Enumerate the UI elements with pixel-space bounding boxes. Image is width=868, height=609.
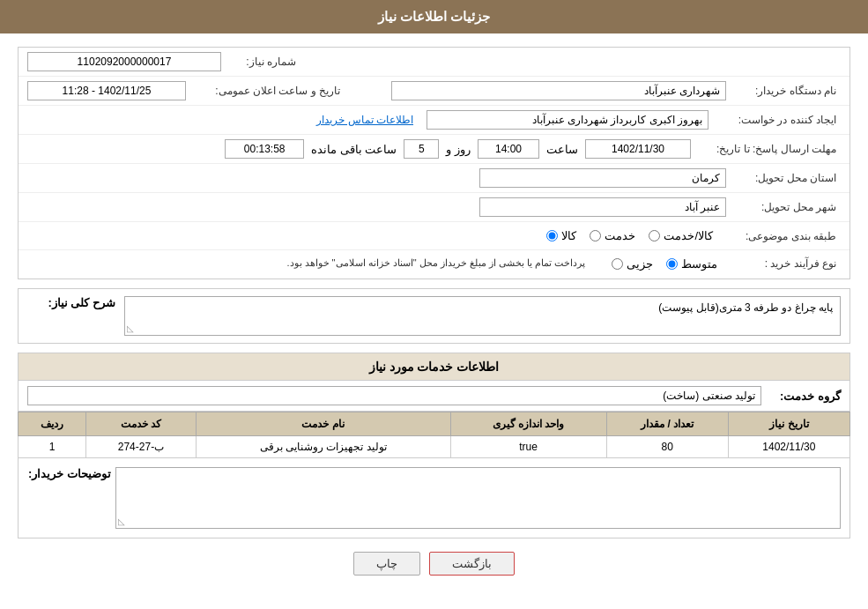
mohlat-saat: 14:00: [478, 139, 539, 159]
radio-kala-input[interactable]: [546, 230, 558, 241]
ijad-value: بهروز اکبری کاربرداز شهرداری عنبرآباد: [427, 110, 708, 130]
page-wrapper: جزئیات اطلاعات نیاز شماره نیاز: 11020920…: [0, 0, 868, 609]
row-mohlat: مهلت ارسال پاسخ: تا تاریخ: 1402/11/30 سا…: [19, 135, 849, 164]
back-button[interactable]: بازگشت: [429, 552, 515, 576]
tarikh-label: تاریخ و ساعت اعلان عمومی:: [186, 85, 345, 97]
content-area: شماره نیاز: 1102092000000017 نام دستگاه …: [0, 33, 868, 602]
row-nooe: نوع فرآیند خرید : متوسط جزیی پرداخت تمام…: [19, 250, 849, 279]
radio-kala-label: کالا: [561, 229, 576, 242]
radio-jozi[interactable]: جزیی: [612, 257, 653, 271]
row-ijad: ایجاد کننده در خواست: بهروز اکبری کاربرد…: [19, 106, 849, 135]
tawzeehat-box: ◺: [115, 467, 841, 529]
cell-vahed: true: [450, 436, 606, 458]
ostan-label: استان محل تحویل:: [726, 172, 841, 184]
radio-khedmat-input[interactable]: [590, 230, 601, 241]
nooe-radio-group: متوسط جزیی: [612, 257, 717, 271]
payment-text: پرداخت تمام یا بخشی از مبلغ خریداز محل "…: [27, 257, 585, 269]
ostan-value: کرمان: [479, 168, 726, 188]
radio-motavaset-label: متوسط: [681, 257, 717, 271]
sharh-label: شرح کلی نیاز:: [27, 296, 124, 309]
radio-khedmat-label: خدمت: [605, 229, 635, 242]
radio-jozi-label: جزیی: [627, 257, 653, 271]
col-tarikh-niaz: تاریخ نیاز: [728, 412, 849, 436]
shahr-value: عنبر آباد: [479, 197, 726, 217]
nooe-label: نوع فرآیند خرید :: [726, 257, 841, 270]
shomara-value: 1102092000000017: [27, 52, 221, 71]
radio-kala-khedmat[interactable]: کالا/خدمت: [649, 229, 713, 242]
col-kod: کد خدمت: [86, 412, 196, 436]
table-row: 1402/11/30 80 true تولید تجهیزات روشنایی…: [19, 436, 850, 458]
resize-handle2: ◺: [118, 516, 125, 526]
tarikh-value: 1402/11/25 - 11:28: [27, 81, 186, 100]
cell-kod: ب-27-274: [86, 436, 196, 458]
cell-radif: 1: [19, 436, 86, 458]
rooz-label: روز و: [446, 143, 471, 156]
radio-kala-khedmat-label: کالا/خدمت: [664, 229, 713, 242]
baqi-label: ساعت باقی مانده: [311, 143, 397, 156]
col-tedad: تعداد / مقدار: [606, 412, 728, 436]
radio-motavaset[interactable]: متوسط: [666, 257, 717, 271]
row-ostan: استان محل تحویل: کرمان: [19, 164, 849, 193]
services-header: اطلاعات خدمات مورد نیاز: [18, 353, 850, 381]
row-tabaqe: طبقه بندی موضوعی: کالا/خدمت خدمت کالا: [19, 222, 849, 250]
cell-tedad: 80: [606, 436, 728, 458]
sharh-box: پایه چراغ دو طرفه 3 متری(قابل پیوست) ◺: [124, 296, 841, 336]
col-name: نام خدمت: [196, 412, 450, 436]
radio-kala-khedmat-input[interactable]: [649, 230, 660, 241]
resize-handle: ◺: [127, 323, 134, 333]
services-table: تاریخ نیاز تعداد / مقدار واحد اندازه گیر…: [18, 412, 850, 458]
ijad-label: ایجاد کننده در خواست:: [708, 114, 841, 126]
mohlat-saat-label: ساعت: [546, 143, 578, 156]
cell-name: تولید تجهیزات روشنایی برقی: [196, 436, 450, 458]
row-shomara: شماره نیاز: 1102092000000017: [19, 48, 849, 77]
page-header: جزئیات اطلاعات نیاز: [0, 0, 868, 33]
tabaqe-radio-group: کالا/خدمت خدمت کالا: [546, 229, 713, 242]
shahr-label: شهر محل تحویل:: [726, 201, 841, 213]
row-nam: نام دستگاه خریدار: شهرداری عنبرآباد تاری…: [19, 77, 849, 106]
tawzeehat-section: ◺ توضیحات خریدار:: [18, 458, 850, 538]
radio-jozi-input[interactable]: [612, 258, 623, 270]
row-shahr: شهر محل تحویل: عنبر آباد: [19, 193, 849, 222]
radio-motavaset-input[interactable]: [666, 258, 678, 270]
sharh-section: پایه چراغ دو طرفه 3 متری(قابل پیوست) ◺ ش…: [18, 288, 850, 344]
mohlat-date: 1402/11/30: [585, 139, 691, 159]
table-header-row: تاریخ نیاز تعداد / مقدار واحد اندازه گیر…: [19, 412, 850, 436]
group-value: تولید صنعتی (ساخت): [27, 386, 761, 405]
tawzeehat-label: توضیحات خریدار:: [27, 467, 115, 480]
col-vahed: واحد اندازه گیری: [450, 412, 606, 436]
mohlat-label: مهلت ارسال پاسخ: تا تاریخ:: [691, 143, 841, 155]
radio-kala[interactable]: کالا: [546, 229, 576, 242]
contact-link[interactable]: اطلاعات تماس خریدار: [316, 114, 413, 126]
buttons-row: بازگشت چاپ: [18, 552, 850, 576]
nam-label: نام دستگاه خریدار:: [726, 85, 841, 97]
shomara-label: شماره نیاز:: [221, 56, 300, 68]
nam-value: شهرداری عنبرآباد: [391, 81, 726, 100]
sharh-value: پایه چراغ دو طرفه 3 متری(قابل پیوست): [658, 301, 833, 314]
print-button[interactable]: چاپ: [353, 552, 420, 576]
baqi-value: 00:13:58: [225, 139, 304, 159]
page-title: جزئیات اطلاعات نیاز: [378, 9, 490, 24]
radio-khedmat[interactable]: خدمت: [590, 229, 635, 242]
group-label: گروه خدمت:: [761, 390, 841, 403]
group-row: گروه خدمت: تولید صنعتی (ساخت): [18, 381, 850, 412]
main-form-section: شماره نیاز: 1102092000000017 نام دستگاه …: [18, 47, 850, 279]
cell-tarikh: 1402/11/30: [728, 436, 849, 458]
col-radif: ردیف: [19, 412, 86, 436]
tabaqe-label: طبقه بندی موضوعی:: [726, 230, 841, 242]
rooz-value: 5: [404, 139, 439, 159]
